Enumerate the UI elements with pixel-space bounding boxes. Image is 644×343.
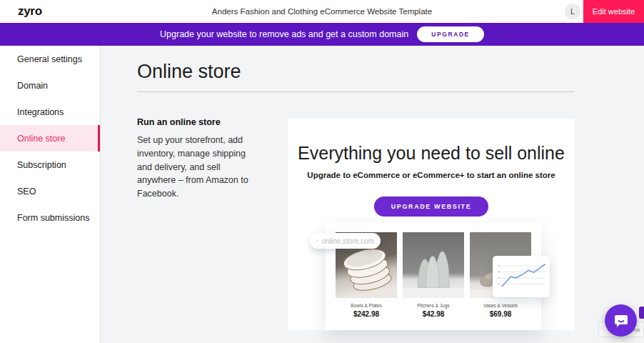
sidebar-item-general-settings[interactable]: General settings [0, 46, 100, 72]
intro-text-block: Run an online store Set up your storefro… [137, 117, 258, 201]
main-content: Online store Run an online store Set up … [101, 46, 644, 343]
edit-website-button[interactable]: Edit website [583, 0, 644, 23]
sidebar-item-integrations[interactable]: Integrations [0, 99, 100, 125]
upgrade-banner: Upgrade your website to remove ads and g… [0, 23, 644, 46]
chat-bubble-icon [613, 312, 630, 329]
user-avatar[interactable]: L [565, 4, 580, 19]
ecommerce-upsell-card: Everything you need to sell online Upgra… [288, 119, 575, 330]
sidebar-item-subscription[interactable]: Subscription [0, 151, 100, 178]
upgrade-website-button[interactable]: UPGRADE WEBSITE [374, 197, 489, 217]
sales-sparkline-card [493, 256, 550, 297]
upgrade-button[interactable]: UPGRADE [417, 26, 484, 42]
chat-widget-tab[interactable] [639, 307, 644, 319]
title-divider [137, 91, 575, 92]
sparkline-line [502, 264, 545, 286]
product-photo-pitchers [403, 232, 464, 298]
product-name: Bowls & Plates [336, 303, 397, 308]
sidebar-item-online-store[interactable]: Online store [0, 125, 100, 151]
app-window: zyro Anders Fashion and Clothing eCommer… [0, 0, 644, 343]
cart-icon [316, 237, 318, 245]
product-price: $69.98 [470, 310, 531, 318]
sidebar-item-seo[interactable]: SEO [0, 178, 100, 204]
store-url-text: online.store.com [322, 237, 374, 245]
intro-heading: Run an online store [137, 117, 258, 127]
upsell-subheading: Upgrade to eCommerce or eCommerce+ to st… [288, 171, 575, 179]
upsell-heading: Everything you need to sell online [288, 143, 575, 164]
store-url-pill: online.store.com [310, 233, 381, 249]
sparkline-chart [495, 259, 547, 294]
upgrade-banner-text: Upgrade your website to remove ads and g… [160, 29, 408, 39]
sidebar-item-domain[interactable]: Domain [0, 72, 100, 99]
intro-body: Set up your storefront, add inventory, m… [137, 134, 258, 201]
top-header: zyro Anders Fashion and Clothing eCommer… [0, 0, 644, 23]
product-name: Pitchers & Jugs [403, 303, 464, 308]
product-price: $42.98 [403, 310, 464, 318]
product-name: Vases & Vessels [470, 303, 531, 308]
product-tile: Pitchers & Jugs $42.98 [403, 232, 464, 318]
settings-sidebar: General settings Domain Integrations Onl… [0, 46, 101, 343]
sidebar-item-form-submissions[interactable]: Form submissions [0, 204, 100, 231]
page-title: Online store [137, 61, 241, 83]
site-template-title: Anders Fashion and Clothing eCommerce We… [0, 0, 644, 23]
product-price: $242.98 [336, 310, 397, 318]
chat-button[interactable] [605, 304, 637, 337]
